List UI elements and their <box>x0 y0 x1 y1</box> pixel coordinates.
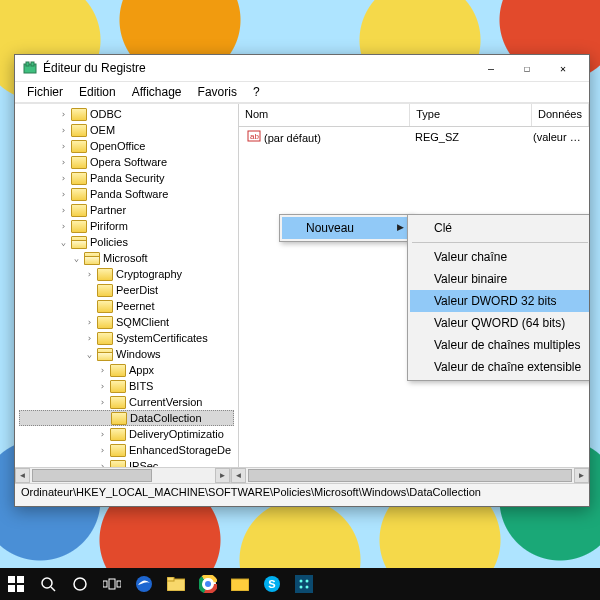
svg-rect-12 <box>103 581 107 587</box>
tree-node[interactable]: ›Appx <box>19 362 234 378</box>
tree-scrollbar[interactable]: ◄ ► <box>15 467 231 483</box>
tree-node[interactable]: ⌄Microsoft <box>19 250 234 266</box>
chrome-icon[interactable] <box>192 568 224 600</box>
close-button[interactable]: ✕ <box>545 57 581 79</box>
menu-item[interactable]: Valeur DWORD 32 bits <box>410 290 589 312</box>
folder-icon <box>71 236 87 249</box>
tree-node[interactable]: ›OpenOffice <box>19 138 234 154</box>
menu-edition[interactable]: Edition <box>73 83 122 101</box>
folder-icon <box>71 156 87 169</box>
tree-node[interactable]: ›DeliveryOptimizatio <box>19 426 234 442</box>
tree-label: Opera Software <box>90 156 167 168</box>
menu-separator <box>412 242 588 243</box>
tree-node[interactable]: ›SystemCertificates <box>19 330 234 346</box>
edge-icon[interactable] <box>128 568 160 600</box>
chevron-right-icon[interactable]: › <box>58 189 69 200</box>
list-row[interactable]: ab(par défaut)REG_SZ(valeur non définie) <box>243 129 585 145</box>
taskbar[interactable]: S <box>0 568 600 600</box>
chevron-down-icon[interactable]: ⌄ <box>71 253 82 264</box>
chevron-right-icon[interactable]: › <box>97 365 108 376</box>
tree-node[interactable]: DataCollection <box>19 410 234 426</box>
folder-icon <box>71 140 87 153</box>
chevron-right-icon[interactable]: › <box>58 125 69 136</box>
start-button[interactable] <box>0 568 32 600</box>
menu-favoris[interactable]: Favoris <box>192 83 243 101</box>
tree-node[interactable]: Peernet <box>19 298 234 314</box>
tree-node[interactable]: ›Panda Security <box>19 170 234 186</box>
folder-icon <box>97 332 113 345</box>
menu-item[interactable]: Nouveau▶ <box>282 217 410 239</box>
svg-line-10 <box>51 587 55 591</box>
skype-icon[interactable]: S <box>256 568 288 600</box>
tree-node[interactable]: ›Partner <box>19 202 234 218</box>
svg-text:S: S <box>268 578 275 590</box>
context-menu-new[interactable]: CléValeur chaîneValeur binaireValeur DWO… <box>407 214 589 381</box>
menu-item[interactable]: Clé <box>410 217 589 239</box>
chevron-right-icon[interactable]: › <box>97 445 108 456</box>
cortana-icon[interactable] <box>64 568 96 600</box>
filemgr-icon[interactable] <box>224 568 256 600</box>
tree-node[interactable]: ›CurrentVersion <box>19 394 234 410</box>
list-scrollbar[interactable]: ◄ ► <box>231 467 589 483</box>
tree-pane[interactable]: ›ODBC›OEM›OpenOffice›Opera Software›Pand… <box>15 104 239 467</box>
chevron-right-icon[interactable]: › <box>97 381 108 392</box>
menu-item[interactable]: Valeur QWORD (64 bits) <box>410 312 589 334</box>
explorer-icon[interactable] <box>160 568 192 600</box>
tree-node[interactable]: ⌄Policies <box>19 234 234 250</box>
titlebar[interactable]: Éditeur du Registre — ☐ ✕ <box>15 55 589 82</box>
folder-icon <box>97 268 113 281</box>
value-data: (valeur non définie) <box>529 131 585 143</box>
chevron-right-icon[interactable]: › <box>84 317 95 328</box>
app-icon[interactable] <box>288 568 320 600</box>
minimize-button[interactable]: — <box>473 57 509 79</box>
tree-node[interactable]: ›Cryptography <box>19 266 234 282</box>
chevron-right-icon[interactable]: › <box>97 397 108 408</box>
scroll-left-icon[interactable]: ◄ <box>15 468 30 483</box>
menu-item[interactable]: Valeur de chaînes multiples <box>410 334 589 356</box>
chevron-right-icon[interactable]: › <box>58 141 69 152</box>
tree-node[interactable]: ›EnhancedStorageDe <box>19 442 234 458</box>
chevron-right-icon[interactable]: › <box>58 109 69 120</box>
chevron-right-icon[interactable]: › <box>84 333 95 344</box>
menu-help[interactable]: ? <box>247 83 266 101</box>
chevron-right-icon[interactable]: › <box>97 429 108 440</box>
tree-node[interactable]: ›Opera Software <box>19 154 234 170</box>
menu-item[interactable]: Valeur binaire <box>410 268 589 290</box>
tree-node[interactable]: ›Piriform <box>19 218 234 234</box>
tree-node[interactable]: ›OEM <box>19 122 234 138</box>
context-menu-primary[interactable]: Nouveau▶ <box>279 214 413 242</box>
menu-item[interactable]: Valeur chaîne <box>410 246 589 268</box>
chevron-right-icon[interactable]: › <box>58 173 69 184</box>
scroll-left-icon[interactable]: ◄ <box>231 468 246 483</box>
tree-node[interactable]: ⌄Windows <box>19 346 234 362</box>
chevron-down-icon[interactable]: ⌄ <box>58 237 69 248</box>
tree-node[interactable]: ›Panda Software <box>19 186 234 202</box>
chevron-right-icon[interactable]: › <box>58 221 69 232</box>
chevron-down-icon[interactable]: ⌄ <box>84 349 95 360</box>
chevron-right-icon[interactable]: › <box>84 269 95 280</box>
menu-fichier[interactable]: Fichier <box>21 83 69 101</box>
scroll-right-icon[interactable]: ► <box>215 468 230 483</box>
scroll-right-icon[interactable]: ► <box>574 468 589 483</box>
svg-point-27 <box>300 580 303 583</box>
chevron-right-icon[interactable]: › <box>58 205 69 216</box>
taskview-icon[interactable] <box>96 568 128 600</box>
tree-node[interactable]: ›BITS <box>19 378 234 394</box>
col-donnees[interactable]: Données <box>532 104 589 126</box>
tree-node[interactable]: ›IPSec <box>19 458 234 467</box>
search-icon[interactable] <box>32 568 64 600</box>
svg-rect-26 <box>295 575 313 593</box>
menu-item[interactable]: Valeur de chaîne extensible <box>410 356 589 378</box>
tree-node[interactable]: ›ODBC <box>19 106 234 122</box>
tree-node[interactable]: ›SQMClient <box>19 314 234 330</box>
col-type[interactable]: Type <box>410 104 532 126</box>
col-nom[interactable]: Nom <box>239 104 410 126</box>
folder-icon <box>110 460 126 468</box>
folder-icon <box>71 108 87 121</box>
tree-label: OEM <box>90 124 115 136</box>
chevron-right-icon[interactable]: › <box>58 157 69 168</box>
tree-node[interactable]: PeerDist <box>19 282 234 298</box>
list-pane[interactable]: Nom Type Données ab(par défaut)REG_SZ(va… <box>239 104 589 467</box>
menu-affichage[interactable]: Affichage <box>126 83 188 101</box>
maximize-button[interactable]: ☐ <box>509 57 545 79</box>
